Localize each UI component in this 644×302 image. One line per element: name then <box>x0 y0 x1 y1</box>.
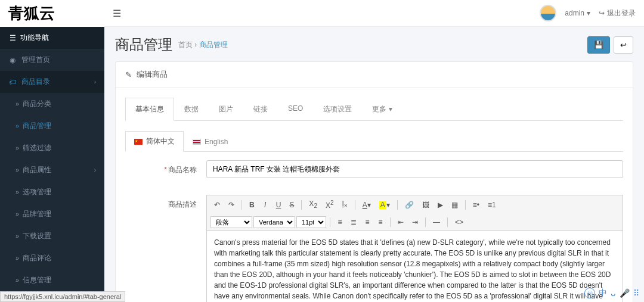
user-menu[interactable]: admin▾ <box>565 9 590 17</box>
editor-content[interactable]: Canon's press material for the EOS 5D st… <box>207 231 623 302</box>
float-icon-4[interactable]: 🎤 <box>620 288 630 298</box>
nav-option[interactable]: 选项管理 <box>0 181 104 203</box>
clear-button[interactable]: I× <box>339 198 351 211</box>
nav-catalog[interactable]: 🏷商品目录› <box>0 71 104 93</box>
nav-download[interactable]: 下载设置 <box>0 225 104 247</box>
sidebar: 青狐云 ☰功能导航 ◉管理首页 🏷商品目录› 商品分类 商品管理 筛选过滤 商品… <box>0 0 104 302</box>
brand-logo: 青狐云 <box>0 0 104 27</box>
back-icon: ↩ <box>620 41 627 49</box>
lang-tabs: 简体中文 English <box>125 130 623 152</box>
tab-link[interactable]: 链接 <box>243 98 278 121</box>
panel-head: ✎ 编辑商品 <box>116 62 633 88</box>
lang-tab-en[interactable]: English <box>184 131 237 152</box>
tab-seo[interactable]: SEO <box>278 98 313 121</box>
back-button[interactable]: ↩ <box>614 36 633 54</box>
breadcrumb-link[interactable]: 商品管理 <box>199 41 228 49</box>
font-select[interactable]: Verdana <box>253 216 295 228</box>
nav-review[interactable]: 商品评论 <box>0 247 104 269</box>
backcolor-button[interactable]: A▾ <box>376 199 394 211</box>
code-button[interactable]: <> <box>451 216 467 228</box>
float-toolbar: ㊥ 中 ᴗ 🎤 ⠿ <box>584 288 639 298</box>
status-url: https://fgyjjk5.xnl.icu/admin/#tab-gener… <box>0 291 125 302</box>
table-button[interactable]: ▦ <box>448 199 462 211</box>
strike-button[interactable]: S <box>286 199 298 211</box>
tab-option[interactable]: 选项设置 <box>313 98 362 121</box>
desc-label: 商品描述 <box>125 195 197 210</box>
name-label: *商品名称 <box>125 160 197 175</box>
flag-cn-icon <box>134 139 143 145</box>
sidebar-toggle[interactable]: ☰ <box>113 8 121 19</box>
nav-attribute[interactable]: 商品属性› <box>0 159 104 181</box>
link-button[interactable]: 🔗 <box>401 199 417 211</box>
logout-link[interactable]: ↪退出登录 <box>599 8 636 18</box>
italic-button[interactable]: I <box>259 199 271 211</box>
tab-data[interactable]: 数据 <box>174 98 209 121</box>
ul-button[interactable]: ≡• <box>469 199 483 211</box>
caret-down-icon: ▾ <box>389 105 392 113</box>
float-icon-5[interactable]: ⠿ <box>633 288 639 298</box>
nav-brand[interactable]: 品牌管理 <box>0 203 104 225</box>
align-left-button[interactable]: ≡ <box>334 216 346 228</box>
edit-panel: ✎ 编辑商品 基本信息 数据 图片 链接 SEO 选项设置 更多 ▾ 简体中文 <box>115 61 633 302</box>
align-right-button[interactable]: ≡ <box>361 216 373 228</box>
avatar[interactable] <box>540 5 556 21</box>
outdent-button[interactable]: ⇤ <box>394 216 407 228</box>
caret-down-icon: ▾ <box>587 9 590 17</box>
breadcrumb: 首页 › 商品管理 <box>178 40 228 50</box>
editor-toolbar: ↶ ↷ B I U S X2 X2 <box>207 195 623 231</box>
sub-button[interactable]: X2 <box>305 198 321 211</box>
media-button[interactable]: ▶ <box>434 199 447 211</box>
chevron-right-icon: › <box>94 79 96 85</box>
float-icon-3[interactable]: ᴗ <box>611 288 616 298</box>
rich-editor: ↶ ↷ B I U S X2 X2 <box>206 195 623 302</box>
bold-button[interactable]: B <box>246 199 258 211</box>
ol-button[interactable]: ≡1 <box>484 199 500 211</box>
logout-icon: ↪ <box>599 9 605 17</box>
nav-info[interactable]: 信息管理 <box>0 269 104 291</box>
forecolor-button[interactable]: A▾ <box>359 199 374 211</box>
nav-header: ☰功能导航 <box>0 27 104 49</box>
pencil-icon: ✎ <box>125 70 132 79</box>
dashboard-icon: ◉ <box>8 56 17 64</box>
image-button[interactable]: 🖼 <box>419 199 433 211</box>
chevron-right-icon: › <box>94 167 96 173</box>
menu-icon: ☰ <box>8 34 17 42</box>
topbar: ☰ admin▾ ↪退出登录 <box>104 0 644 27</box>
nav-category[interactable]: 商品分类 <box>0 93 104 115</box>
nav-filter[interactable]: 筛选过滤 <box>0 137 104 159</box>
form-tabs: 基本信息 数据 图片 链接 SEO 选项设置 更多 ▾ <box>125 97 623 121</box>
align-center-button[interactable]: ≣ <box>347 216 360 228</box>
indent-button[interactable]: ⇥ <box>408 216 422 228</box>
tab-basic[interactable]: 基本信息 <box>125 98 174 121</box>
page-title: 商品管理 <box>115 35 172 54</box>
style-select[interactable]: 段落 <box>210 216 252 228</box>
save-icon: 💾 <box>594 41 603 49</box>
tag-icon: 🏷 <box>8 78 17 86</box>
float-icon-1[interactable]: ㊥ <box>584 288 595 298</box>
tab-more[interactable]: 更多 ▾ <box>362 98 402 121</box>
size-select[interactable]: 11pt <box>296 216 326 228</box>
content: 商品管理 首页 › 商品管理 💾 ↩ ✎ 编辑商品 基本信息 数据 <box>104 27 644 302</box>
underline-button[interactable]: U <box>273 199 285 211</box>
sup-button[interactable]: X2 <box>322 198 338 211</box>
save-button[interactable]: 💾 <box>587 36 610 54</box>
align-justify-button[interactable]: ≡ <box>374 216 386 228</box>
lang-tab-cn[interactable]: 简体中文 <box>125 131 184 152</box>
main: ☰ admin▾ ↪退出登录 商品管理 首页 › 商品管理 💾 ↩ <box>104 0 644 302</box>
flag-en-icon <box>193 139 201 145</box>
redo-button[interactable]: ↷ <box>225 199 238 211</box>
undo-button[interactable]: ↶ <box>210 199 224 211</box>
hr-button[interactable]: — <box>429 216 444 228</box>
nav-dashboard[interactable]: ◉管理首页 <box>0 49 104 71</box>
product-name-input[interactable] <box>206 160 623 178</box>
nav-product[interactable]: 商品管理 <box>0 115 104 137</box>
float-icon-2[interactable]: 中 <box>599 288 607 298</box>
tab-image[interactable]: 图片 <box>209 98 243 121</box>
